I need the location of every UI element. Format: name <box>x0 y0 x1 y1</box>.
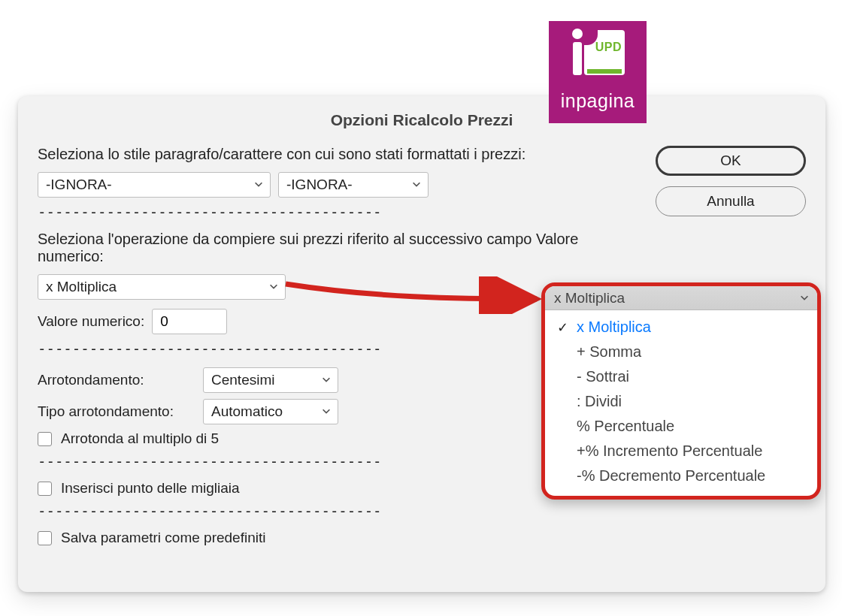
operation-option-divide[interactable]: : Dividi <box>545 389 817 414</box>
dialog-title: Opzioni Ricalcolo Prezzi <box>38 111 806 129</box>
operation-option-label: -% Decremento Percentuale <box>577 467 765 485</box>
operation-dropdown-header-label: x Moltiplica <box>554 290 625 306</box>
operation-option-label: % Percentuale <box>577 418 674 435</box>
inpagina-logo: UPD inpagina <box>549 21 647 123</box>
rounding-type-value: Automatico <box>211 403 283 420</box>
separator: ---------------------------------------- <box>38 204 638 220</box>
round-to-5-checkbox[interactable] <box>38 432 52 446</box>
chevron-down-icon <box>321 403 332 420</box>
numeric-value-input[interactable] <box>152 309 227 334</box>
cancel-button[interactable]: Annulla <box>656 186 806 216</box>
operation-option-label: : Dividi <box>577 393 622 410</box>
logo-badge: UPD <box>595 41 622 54</box>
separator: ---------------------------------------- <box>38 503 638 519</box>
cancel-button-label: Annulla <box>707 193 754 210</box>
rounding-type-label: Tipo arrotondamento: <box>38 403 195 420</box>
paragraph-style-select[interactable]: -IGNORA- <box>38 172 271 198</box>
inpagina-logo-icon: UPD <box>571 29 625 77</box>
rounding-select[interactable]: Centesimi <box>203 367 338 393</box>
numeric-value-label: Valore numerico: <box>38 313 144 330</box>
operation-option-label: - Sottrai <box>577 368 629 385</box>
chevron-down-icon <box>799 290 810 306</box>
operation-dropdown-list: ✓ x Moltiplica + Somma - Sottrai : Divid… <box>545 310 817 496</box>
operation-option-subtract[interactable]: - Sottrai <box>545 364 817 389</box>
paragraph-style-value: -IGNORA- <box>46 177 112 193</box>
checkmark-icon: ✓ <box>554 319 571 336</box>
save-defaults-checkbox[interactable] <box>38 531 52 545</box>
rounding-label: Arrotondamento: <box>38 372 195 388</box>
operation-prompt: Seleziona l'operazione da compiere sui p… <box>38 231 638 265</box>
ok-button-label: OK <box>720 152 741 169</box>
chevron-down-icon <box>411 177 422 193</box>
operation-option-percent-decrease[interactable]: -% Decremento Percentuale <box>545 464 817 488</box>
logo-brand-text: inpagina <box>561 90 635 112</box>
rounding-type-select[interactable]: Automatico <box>203 399 338 424</box>
operation-option-label: +% Incremento Percentuale <box>577 442 762 460</box>
rounding-value: Centesimi <box>211 372 274 388</box>
character-style-value: -IGNORA- <box>286 177 353 193</box>
character-style-select[interactable]: -IGNORA- <box>278 172 429 198</box>
operation-select[interactable]: x Moltiplica <box>38 274 286 300</box>
operation-option-label: + Somma <box>577 343 641 361</box>
operation-dropdown-popout: x Moltiplica ✓ x Moltiplica + Somma - So… <box>541 282 821 500</box>
round-to-5-label: Arrotonda al multiplo di 5 <box>61 430 219 447</box>
operation-option-multiply[interactable]: ✓ x Moltiplica <box>545 315 817 340</box>
ok-button[interactable]: OK <box>656 146 806 176</box>
save-defaults-label: Salva parametri come predefiniti <box>61 530 265 546</box>
chevron-down-icon <box>253 177 264 193</box>
chevron-down-icon <box>321 372 332 388</box>
operation-option-percent[interactable]: % Percentuale <box>545 414 817 439</box>
thousands-checkbox[interactable] <box>38 482 52 496</box>
style-prompt: Seleziona lo stile paragrafo/carattere c… <box>38 146 638 163</box>
thousands-label: Inserisci punto delle migliaia <box>61 480 240 497</box>
operation-option-sum[interactable]: + Somma <box>545 340 817 364</box>
operation-dropdown-header[interactable]: x Moltiplica <box>545 286 817 310</box>
chevron-down-icon <box>268 279 279 295</box>
operation-option-label: x Moltiplica <box>577 319 651 336</box>
operation-option-percent-increase[interactable]: +% Incremento Percentuale <box>545 439 817 464</box>
operation-value: x Moltiplica <box>46 279 117 295</box>
